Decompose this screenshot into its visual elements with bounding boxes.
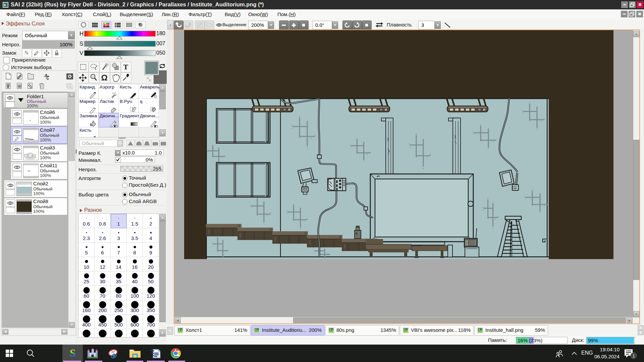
svg-text:S: S [132,107,134,110]
svg-text:S: S [70,348,76,359]
svg-text:S: S [152,107,154,110]
svg-text:T: T [123,63,128,71]
svg-text:Ω: Ω [101,73,107,82]
svg-text:1: 1 [632,353,635,358]
